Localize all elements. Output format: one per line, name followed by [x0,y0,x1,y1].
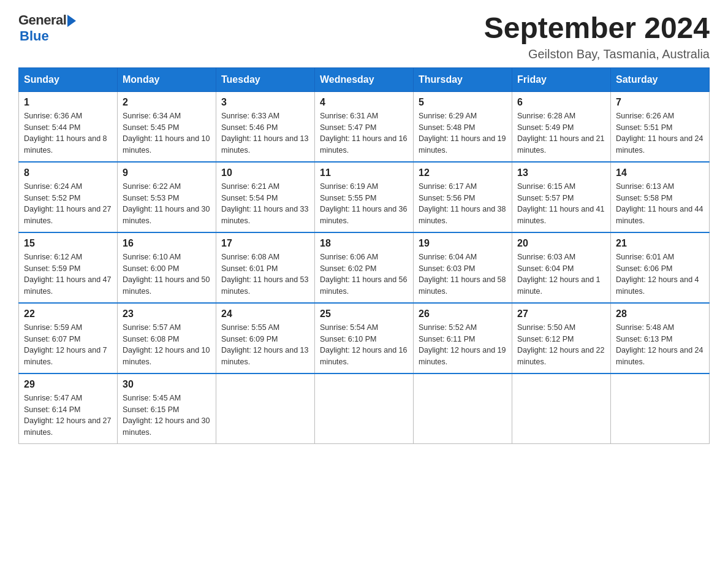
calendar-table: SundayMondayTuesdayWednesdayThursdayFrid… [18,67,710,444]
calendar-cell: 25Sunrise: 5:54 AMSunset: 6:10 PMDayligh… [315,303,414,373]
day-info: Sunrise: 6:33 AMSunset: 5:46 PMDaylight:… [221,110,309,156]
logo-blue-text: Blue [20,28,49,44]
header-tuesday: Tuesday [216,67,315,91]
day-info: Sunrise: 5:50 AMSunset: 6:12 PMDaylight:… [517,322,605,368]
calendar-cell: 10Sunrise: 6:21 AMSunset: 5:54 PMDayligh… [216,162,315,232]
title-section: September 2024 Geilston Bay, Tasmania, A… [484,12,710,61]
day-number: 19 [419,238,507,249]
calendar-cell: 22Sunrise: 5:59 AMSunset: 6:07 PMDayligh… [19,303,118,373]
calendar-cell: 3Sunrise: 6:33 AMSunset: 5:46 PMDaylight… [216,91,315,162]
calendar-cell: 30Sunrise: 5:45 AMSunset: 6:15 PMDayligh… [118,373,216,444]
day-info: Sunrise: 6:01 AMSunset: 6:06 PMDaylight:… [616,251,704,297]
day-number: 27 [517,308,605,320]
location-subtitle: Geilston Bay, Tasmania, Australia [484,47,710,61]
day-info: Sunrise: 6:19 AMSunset: 5:55 PMDaylight:… [320,181,408,227]
week-row-1: 1Sunrise: 6:36 AMSunset: 5:44 PMDaylight… [19,91,710,162]
calendar-header-row: SundayMondayTuesdayWednesdayThursdayFrid… [19,67,710,91]
day-number: 6 [517,97,605,108]
day-number: 21 [616,238,704,249]
day-number: 11 [320,167,408,178]
week-row-3: 15Sunrise: 6:12 AMSunset: 5:59 PMDayligh… [19,232,710,303]
day-number: 23 [123,308,211,320]
calendar-cell: 5Sunrise: 6:29 AMSunset: 5:48 PMDaylight… [414,91,512,162]
day-number: 1 [24,97,112,108]
calendar-cell: 15Sunrise: 6:12 AMSunset: 5:59 PMDayligh… [19,232,118,303]
day-info: Sunrise: 5:52 AMSunset: 6:11 PMDaylight:… [419,322,507,368]
header-sunday: Sunday [19,67,118,91]
day-info: Sunrise: 6:13 AMSunset: 5:58 PMDaylight:… [616,181,704,227]
calendar-cell: 16Sunrise: 6:10 AMSunset: 6:00 PMDayligh… [118,232,216,303]
header-saturday: Saturday [611,67,710,91]
day-info: Sunrise: 6:12 AMSunset: 5:59 PMDaylight:… [24,251,112,297]
day-number: 22 [24,308,112,320]
day-number: 2 [123,97,211,108]
calendar-cell: 29Sunrise: 5:47 AMSunset: 6:14 PMDayligh… [19,373,118,444]
calendar-cell: 4Sunrise: 6:31 AMSunset: 5:47 PMDaylight… [315,91,414,162]
calendar-cell [315,373,414,444]
day-info: Sunrise: 6:36 AMSunset: 5:44 PMDaylight:… [24,110,112,156]
month-title: September 2024 [484,12,710,45]
day-number: 3 [221,97,309,108]
calendar-cell: 8Sunrise: 6:24 AMSunset: 5:52 PMDaylight… [19,162,118,232]
day-number: 10 [221,167,309,178]
header-monday: Monday [118,67,216,91]
day-number: 26 [419,308,507,320]
calendar-cell: 23Sunrise: 5:57 AMSunset: 6:08 PMDayligh… [118,303,216,373]
day-info: Sunrise: 6:03 AMSunset: 6:04 PMDaylight:… [517,251,605,297]
day-info: Sunrise: 6:21 AMSunset: 5:54 PMDaylight:… [221,181,309,227]
calendar-cell: 27Sunrise: 5:50 AMSunset: 6:12 PMDayligh… [512,303,611,373]
day-info: Sunrise: 5:55 AMSunset: 6:09 PMDaylight:… [221,322,309,368]
calendar-cell: 1Sunrise: 6:36 AMSunset: 5:44 PMDaylight… [19,91,118,162]
day-number: 4 [320,97,408,108]
calendar-cell: 9Sunrise: 6:22 AMSunset: 5:53 PMDaylight… [118,162,216,232]
calendar-cell [216,373,315,444]
calendar-cell: 7Sunrise: 6:26 AMSunset: 5:51 PMDaylight… [611,91,710,162]
day-info: Sunrise: 6:22 AMSunset: 5:53 PMDaylight:… [123,181,211,227]
calendar-cell: 13Sunrise: 6:15 AMSunset: 5:57 PMDayligh… [512,162,611,232]
day-info: Sunrise: 6:28 AMSunset: 5:49 PMDaylight:… [517,110,605,156]
day-info: Sunrise: 5:47 AMSunset: 6:14 PMDaylight:… [24,393,112,439]
logo: General Blue [18,12,76,44]
week-row-5: 29Sunrise: 5:47 AMSunset: 6:14 PMDayligh… [19,373,710,444]
page-header: General Blue September 2024 Geilston Bay… [18,12,710,61]
day-info: Sunrise: 6:04 AMSunset: 6:03 PMDaylight:… [419,251,507,297]
day-info: Sunrise: 5:57 AMSunset: 6:08 PMDaylight:… [123,322,211,368]
header-thursday: Thursday [414,67,512,91]
day-number: 15 [24,238,112,249]
day-number: 28 [616,308,704,320]
day-info: Sunrise: 6:26 AMSunset: 5:51 PMDaylight:… [616,110,704,156]
calendar-cell [611,373,710,444]
calendar-cell: 24Sunrise: 5:55 AMSunset: 6:09 PMDayligh… [216,303,315,373]
calendar-cell [414,373,512,444]
logo-general-text: General [18,12,66,28]
day-info: Sunrise: 5:59 AMSunset: 6:07 PMDaylight:… [24,322,112,368]
day-number: 18 [320,238,408,249]
day-number: 20 [517,238,605,249]
day-number: 14 [616,167,704,178]
logo-arrow-icon [67,15,76,27]
calendar-cell: 14Sunrise: 6:13 AMSunset: 5:58 PMDayligh… [611,162,710,232]
calendar-cell [512,373,611,444]
day-info: Sunrise: 6:15 AMSunset: 5:57 PMDaylight:… [517,181,605,227]
day-info: Sunrise: 6:34 AMSunset: 5:45 PMDaylight:… [123,110,211,156]
week-row-2: 8Sunrise: 6:24 AMSunset: 5:52 PMDaylight… [19,162,710,232]
calendar-cell: 20Sunrise: 6:03 AMSunset: 6:04 PMDayligh… [512,232,611,303]
day-info: Sunrise: 5:45 AMSunset: 6:15 PMDaylight:… [123,393,211,439]
day-number: 7 [616,97,704,108]
day-number: 30 [123,379,211,390]
calendar-cell: 19Sunrise: 6:04 AMSunset: 6:03 PMDayligh… [414,232,512,303]
day-number: 13 [517,167,605,178]
calendar-cell: 28Sunrise: 5:48 AMSunset: 6:13 PMDayligh… [611,303,710,373]
header-wednesday: Wednesday [315,67,414,91]
day-number: 17 [221,238,309,249]
week-row-4: 22Sunrise: 5:59 AMSunset: 6:07 PMDayligh… [19,303,710,373]
day-info: Sunrise: 5:54 AMSunset: 6:10 PMDaylight:… [320,322,408,368]
day-info: Sunrise: 6:06 AMSunset: 6:02 PMDaylight:… [320,251,408,297]
calendar-cell: 2Sunrise: 6:34 AMSunset: 5:45 PMDaylight… [118,91,216,162]
day-info: Sunrise: 6:29 AMSunset: 5:48 PMDaylight:… [419,110,507,156]
day-info: Sunrise: 6:24 AMSunset: 5:52 PMDaylight:… [24,181,112,227]
day-number: 25 [320,308,408,320]
calendar-cell: 17Sunrise: 6:08 AMSunset: 6:01 PMDayligh… [216,232,315,303]
day-number: 16 [123,238,211,249]
calendar-cell: 6Sunrise: 6:28 AMSunset: 5:49 PMDaylight… [512,91,611,162]
